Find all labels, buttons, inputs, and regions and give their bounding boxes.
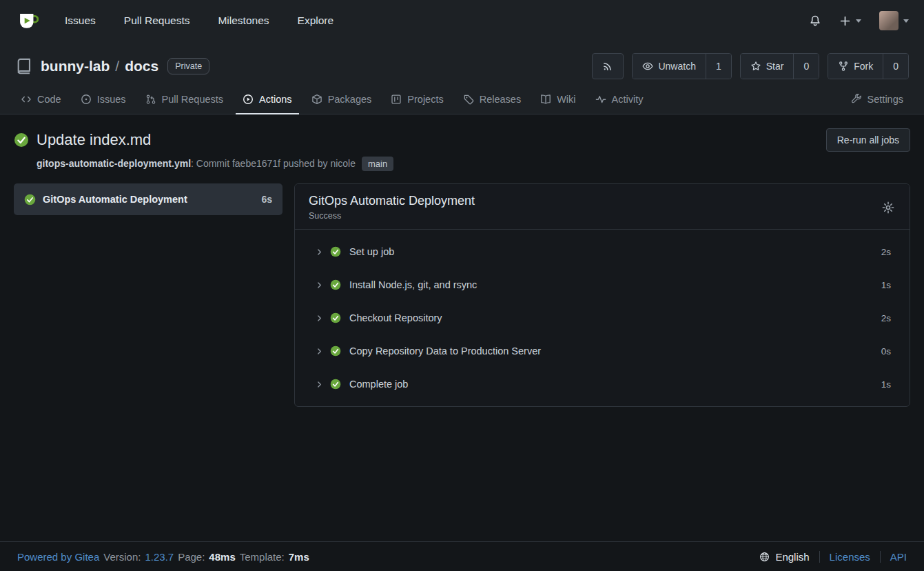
- tab-packages[interactable]: Packages: [305, 85, 379, 114]
- star-label: Star: [766, 61, 784, 72]
- run-header: Update index.md Re-run all jobs: [14, 128, 910, 152]
- project-board-icon: [391, 94, 402, 105]
- visibility-badge: Private: [167, 58, 209, 74]
- step-row-complete-job[interactable]: Complete job 1s: [295, 368, 910, 401]
- plus-icon: [839, 15, 851, 27]
- eye-icon: [642, 61, 653, 72]
- powered-by-gitea-link[interactable]: Powered by Gitea: [17, 551, 99, 563]
- run-body: GitOps Automatic Deployment 6s GitOps Au…: [14, 183, 910, 407]
- tab-label: Issues: [97, 94, 126, 105]
- repo-name-link[interactable]: docs: [125, 58, 158, 74]
- workflow-file-link[interactable]: gitops-automatic-deployment.yml: [37, 158, 191, 169]
- nav-item-explore[interactable]: Explore: [298, 14, 334, 27]
- step-row-checkout-repository[interactable]: Checkout Repository 2s: [295, 301, 910, 334]
- star-button[interactable]: Star: [741, 54, 794, 79]
- forks-count[interactable]: 0: [883, 54, 908, 79]
- tab-issues[interactable]: Issues: [74, 85, 133, 114]
- gitea-cup-icon: [15, 9, 39, 32]
- version-link[interactable]: 1.23.7: [145, 551, 174, 563]
- step-duration: 1s: [881, 280, 891, 290]
- run-subtitle: gitops-automatic-deployment.yml: Commit …: [37, 157, 910, 171]
- language-selector[interactable]: English: [750, 551, 819, 563]
- unwatch-button[interactable]: Unwatch: [633, 54, 705, 79]
- version-label: Version:: [103, 551, 141, 563]
- page-footer: Powered by GiteaVersion:1.23.7Page:48msT…: [0, 541, 924, 571]
- repo-title-row: bunny-lab / docs Private Unwatch 1: [0, 41, 924, 85]
- tab-settings[interactable]: Settings: [844, 85, 910, 114]
- issue-circle-icon: [81, 94, 92, 105]
- job-options-button[interactable]: [881, 200, 896, 215]
- navbar-right-group: [809, 11, 909, 30]
- step-duration: 1s: [881, 379, 891, 390]
- tab-label: Packages: [328, 94, 372, 105]
- step-name: Install Node.js, git, and rsync: [349, 279, 875, 290]
- play-circle-icon: [243, 94, 254, 105]
- nav-item-pull-requests[interactable]: Pull Requests: [124, 14, 190, 27]
- package-icon: [311, 94, 322, 105]
- tab-actions[interactable]: Actions: [236, 85, 299, 114]
- success-check-icon: [330, 279, 341, 290]
- template-time-label: Template:: [240, 551, 285, 563]
- step-row-copy-repository-data[interactable]: Copy Repository Data to Production Serve…: [295, 334, 910, 368]
- nav-item-issues[interactable]: Issues: [65, 14, 96, 27]
- step-name: Copy Repository Data to Production Serve…: [349, 345, 875, 357]
- rerun-all-jobs-button[interactable]: Re-run all jobs: [826, 128, 910, 152]
- repo-path-separator: /: [115, 58, 119, 74]
- tab-wiki[interactable]: Wiki: [533, 85, 582, 114]
- api-link[interactable]: API: [880, 551, 907, 563]
- gitea-logo[interactable]: [15, 9, 39, 32]
- success-check-icon: [330, 345, 341, 357]
- stars-count[interactable]: 0: [793, 54, 819, 79]
- tab-label: Code: [37, 94, 61, 105]
- chevron-right-icon: [315, 380, 324, 389]
- step-row-install-deps[interactable]: Install Node.js, git, and rsync 1s: [295, 268, 910, 301]
- chevron-right-icon: [315, 314, 324, 323]
- watchers-count[interactable]: 1: [706, 54, 731, 79]
- job-duration: 6s: [261, 194, 272, 205]
- notifications-button[interactable]: [809, 14, 821, 27]
- step-name: Checkout Repository: [349, 312, 875, 323]
- tab-pull-requests[interactable]: Pull Requests: [138, 85, 230, 114]
- repo-action-buttons: Unwatch 1 Star 0: [592, 53, 909, 79]
- tab-projects[interactable]: Projects: [384, 85, 450, 114]
- tab-code[interactable]: Code: [14, 85, 68, 114]
- success-check-icon: [330, 312, 341, 323]
- rss-feed-button[interactable]: [592, 53, 624, 79]
- create-new-button[interactable]: [839, 15, 861, 27]
- tab-label: Activity: [612, 94, 644, 105]
- step-row-set-up-job[interactable]: Set up job 2s: [295, 235, 910, 268]
- chevron-right-icon: [315, 347, 324, 356]
- chevron-right-icon: [315, 281, 324, 290]
- tab-activity[interactable]: Activity: [588, 85, 650, 114]
- bell-icon: [809, 14, 821, 27]
- tag-icon: [463, 94, 474, 105]
- licenses-link[interactable]: Licenses: [819, 551, 880, 563]
- footer-left: Powered by GiteaVersion:1.23.7Page:48msT…: [17, 551, 309, 563]
- page-time-value: 48ms: [209, 551, 235, 563]
- actions-run-page: Update index.md Re-run all jobs gitops-a…: [0, 114, 924, 541]
- job-list: GitOps Automatic Deployment 6s: [14, 183, 283, 407]
- page-time-label: Page:: [178, 551, 205, 563]
- nav-item-milestones[interactable]: Milestones: [218, 14, 269, 27]
- gear-icon: [882, 201, 894, 214]
- repo-owner-link[interactable]: bunny-lab: [41, 58, 110, 74]
- job-card-header: GitOps Automatic Deployment Success: [295, 184, 910, 230]
- git-fork-icon: [838, 61, 849, 72]
- top-navbar: Issues Pull Requests Milestones Explore: [0, 0, 924, 41]
- template-time-value: 7ms: [289, 551, 309, 563]
- step-duration: 0s: [881, 346, 891, 357]
- chevron-down-icon: [856, 19, 861, 26]
- step-duration: 2s: [881, 313, 891, 323]
- user-menu-button[interactable]: [879, 11, 909, 30]
- chevron-right-icon: [315, 248, 324, 257]
- fork-button[interactable]: Fork: [828, 54, 883, 79]
- repo-tabs: Code Issues Pull Requests Act: [0, 85, 924, 114]
- job-item-selected[interactable]: GitOps Automatic Deployment 6s: [14, 183, 283, 215]
- run-title: Update index.md: [37, 131, 151, 149]
- branch-badge[interactable]: main: [362, 157, 393, 171]
- tab-label: Settings: [867, 94, 903, 105]
- step-name: Set up job: [349, 246, 875, 257]
- job-status-text: Success: [309, 211, 475, 221]
- star-icon: [750, 61, 761, 72]
- tab-releases[interactable]: Releases: [456, 85, 528, 114]
